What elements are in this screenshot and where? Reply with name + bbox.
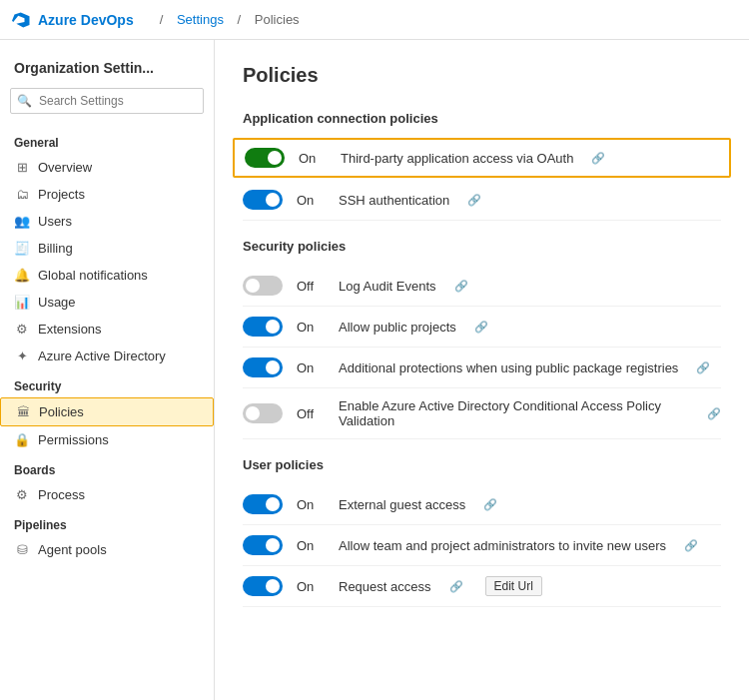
request-access-link-icon[interactable]: 🔗: [449, 580, 463, 593]
policies-icon: 🏛: [15, 404, 31, 419]
toggle-slider-oauth: [245, 148, 285, 168]
toggle-slider-external-guest: [243, 494, 283, 514]
sidebar-section-boards: Boards: [0, 453, 214, 481]
toggle-external-guest[interactable]: [243, 494, 283, 514]
toggle-label-invite-users: On: [297, 538, 325, 553]
content-area: Policies Application connection policies…: [215, 40, 749, 700]
toggle-slider-ssh: [243, 190, 283, 210]
sidebar-section-security: Security: [0, 369, 214, 397]
invite-users-link-icon[interactable]: 🔗: [684, 539, 698, 552]
azure-ad-icon: ✦: [14, 349, 30, 363]
sidebar-section-general: General: [0, 126, 214, 154]
toggle-slider-request-access: [243, 576, 283, 596]
section-security-label: Security policies: [243, 239, 721, 254]
toggle-label-external-guest: On: [297, 497, 325, 512]
toggle-label-log-audit: Off: [297, 279, 325, 294]
policy-row-ssh: On SSH authentication 🔗: [243, 180, 721, 221]
sidebar-item-policies[interactable]: 🏛 Policies: [0, 397, 214, 426]
policy-row-external-guest: On External guest access 🔗: [243, 484, 721, 525]
toggle-request-access[interactable]: [243, 576, 283, 596]
overview-icon: ⊞: [14, 160, 30, 175]
toggle-label-public-projects: On: [297, 320, 325, 335]
toggle-label-request-access: On: [297, 579, 325, 594]
aad-conditional-link-icon[interactable]: 🔗: [707, 407, 721, 420]
app-name-label: Azure DevOps: [38, 12, 134, 28]
sidebar-item-agent-pools[interactable]: ⛁ Agent pools: [0, 536, 214, 563]
toggle-aad-conditional[interactable]: [243, 403, 283, 423]
toggle-log-audit[interactable]: [243, 276, 283, 296]
policy-text-invite-users: Allow team and project administrators to…: [339, 538, 666, 553]
agent-pools-icon: ⛁: [14, 542, 30, 557]
sidebar-item-label: Users: [38, 214, 72, 229]
permissions-icon: 🔒: [14, 432, 30, 447]
sidebar-item-label: Overview: [38, 160, 92, 175]
search-input[interactable]: [10, 88, 204, 114]
toggle-label-aad-conditional: Off: [297, 406, 325, 421]
sidebar-item-usage[interactable]: 📊 Usage: [0, 289, 214, 316]
toggle-ssh[interactable]: [243, 190, 283, 210]
policy-text-oauth: Third-party application access via OAuth: [341, 151, 573, 166]
section-user-label: User policies: [243, 457, 721, 472]
section-app-connection-label: Application connection policies: [243, 111, 721, 126]
toggle-oauth[interactable]: [245, 148, 285, 168]
sidebar-item-label: Billing: [38, 241, 73, 256]
policy-row-log-audit: Off Log Audit Events 🔗: [243, 266, 721, 307]
sidebar-item-users[interactable]: 👥 Users: [0, 208, 214, 235]
process-icon: ⚙: [14, 487, 30, 502]
breadcrumb-policies: Policies: [255, 12, 300, 27]
policy-text-ssh: SSH authentication: [339, 193, 449, 208]
sidebar-item-label: Permissions: [38, 432, 109, 447]
notifications-icon: 🔔: [14, 268, 30, 283]
sidebar-item-label: Azure Active Directory: [38, 349, 166, 363]
main-layout: Organization Settin... 🔍 General ⊞ Overv…: [0, 40, 749, 700]
sidebar-item-label: Agent pools: [38, 542, 107, 557]
external-guest-link-icon[interactable]: 🔗: [483, 498, 497, 511]
toggle-invite-users[interactable]: [243, 535, 283, 555]
ssh-link-icon[interactable]: 🔗: [467, 194, 481, 207]
log-audit-link-icon[interactable]: 🔗: [454, 280, 468, 293]
sidebar-search-container: 🔍: [10, 88, 204, 114]
toggle-label-oauth: On: [299, 151, 327, 166]
sidebar-item-extensions[interactable]: ⚙ Extensions: [0, 316, 214, 343]
sidebar-item-billing[interactable]: 🧾 Billing: [0, 235, 214, 262]
toggle-label-ssh: On: [297, 193, 325, 208]
policy-row-oauth: On Third-party application access via OA…: [233, 138, 731, 178]
policy-text-external-guest: External guest access: [339, 497, 465, 512]
toggle-slider-additional-protections: [243, 357, 283, 377]
sidebar: Organization Settin... 🔍 General ⊞ Overv…: [0, 40, 215, 700]
toggle-public-projects[interactable]: [243, 317, 283, 337]
sidebar-item-overview[interactable]: ⊞ Overview: [0, 154, 214, 181]
toggle-slider-public-projects: [243, 317, 283, 337]
logo-icon: [12, 10, 32, 30]
app-logo[interactable]: Azure DevOps: [12, 10, 134, 30]
breadcrumb-settings[interactable]: Settings: [177, 12, 224, 27]
policy-text-aad-conditional: Enable Azure Active Directory Conditiona…: [339, 398, 689, 428]
projects-icon: 🗂: [14, 187, 30, 202]
sidebar-item-label: Policies: [39, 404, 84, 419]
policy-row-additional-protections: On Additional protections when using pub…: [243, 348, 721, 388]
sidebar-item-process[interactable]: ⚙ Process: [0, 481, 214, 508]
oauth-link-icon[interactable]: 🔗: [591, 152, 605, 165]
users-icon: 👥: [14, 214, 30, 229]
sidebar-item-permissions[interactable]: 🔒 Permissions: [0, 426, 214, 453]
edit-url-button[interactable]: Edit Url: [485, 576, 542, 596]
billing-icon: 🧾: [14, 241, 30, 256]
page-title: Policies: [243, 64, 721, 87]
toggle-slider-invite-users: [243, 535, 283, 555]
sidebar-title: Organization Settin...: [0, 52, 214, 88]
policy-row-aad-conditional: Off Enable Azure Active Directory Condit…: [243, 388, 721, 439]
sidebar-item-global-notifications[interactable]: 🔔 Global notifications: [0, 262, 214, 289]
sidebar-item-label: Usage: [38, 295, 76, 310]
toggle-additional-protections[interactable]: [243, 357, 283, 377]
toggle-label-additional-protections: On: [297, 360, 325, 375]
sidebar-item-label: Process: [38, 487, 85, 502]
sidebar-item-azure-ad[interactable]: ✦ Azure Active Directory: [0, 343, 214, 369]
sidebar-item-projects[interactable]: 🗂 Projects: [0, 181, 214, 208]
toggle-slider-log-audit: [243, 276, 283, 296]
toggle-slider-aad-conditional: [243, 403, 283, 423]
sidebar-item-label: Global notifications: [38, 268, 148, 283]
policy-text-request-access: Request access: [339, 579, 431, 594]
public-projects-link-icon[interactable]: 🔗: [474, 321, 488, 334]
additional-protections-link-icon[interactable]: 🔗: [696, 361, 710, 374]
breadcrumb: / Settings / Policies: [154, 12, 300, 27]
